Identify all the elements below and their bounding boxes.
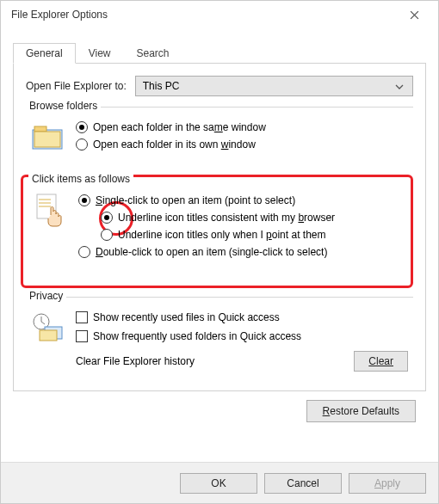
hand-click-icon [32, 194, 70, 225]
radio-icon [76, 138, 88, 151]
open-to-combobox[interactable]: This PC [135, 76, 413, 96]
fieldset-click-items: Click items as follows Single-click to o… [28, 189, 405, 270]
tab-view[interactable]: View [76, 43, 124, 64]
radio-label: Underline icon titles consistent with my… [118, 212, 335, 224]
checkbox-label: Show recently used files in Quick access [93, 311, 280, 323]
restore-row: Restore Defaults [1, 400, 438, 426]
fieldset-browse-folders: Browse folders Open each folder in the s… [26, 107, 413, 164]
open-to-label: Open File Explorer to: [26, 80, 127, 92]
radio-icon [101, 229, 113, 241]
ok-button[interactable]: OK [180, 473, 257, 494]
cancel-button[interactable]: Cancel [264, 473, 342, 494]
radio-label: Double-click to open an item (single-cli… [96, 246, 327, 258]
clock-folders-icon [29, 311, 67, 342]
dialog-button-bar: OK Cancel Apply [1, 462, 438, 503]
dialog-window: File Explorer Options General View Searc… [0, 0, 439, 504]
apply-button[interactable]: Apply [349, 473, 426, 494]
legend-privacy: Privacy [26, 290, 66, 302]
clear-history-label: Clear File Explorer history [76, 355, 195, 367]
tab-general[interactable]: General [13, 43, 76, 64]
radio-own-window[interactable]: Open each folder in its own window [76, 138, 266, 151]
radio-icon [78, 194, 90, 206]
radio-same-window[interactable]: Open each folder in the same window [76, 121, 266, 133]
chevron-down-icon [395, 80, 404, 92]
folder-icon [29, 121, 67, 152]
window-title: File Explorer Options [11, 9, 397, 21]
restore-defaults-button[interactable]: Restore Defaults [306, 400, 416, 422]
open-to-row: Open File Explorer to: This PC [26, 76, 413, 96]
radio-underline-browser[interactable]: Underline icon titles consistent with my… [101, 212, 335, 224]
tab-panel-general: Open File Explorer to: This PC Browse fo… [13, 63, 426, 391]
highlight-annotation: Click items as follows Single-click to o… [21, 175, 413, 288]
clear-button[interactable]: Clear [354, 351, 408, 372]
checkbox-frequent-folders[interactable]: Show frequently used folders in Quick ac… [76, 330, 301, 342]
open-to-value: This PC [143, 80, 180, 92]
checkbox-icon [76, 311, 88, 323]
tab-search[interactable]: Search [124, 43, 182, 64]
fieldset-privacy: Privacy Show recently used files in Quic… [26, 297, 413, 384]
legend-click: Click items as follows [28, 173, 133, 185]
radio-icon [101, 212, 113, 224]
legend-browse: Browse folders [26, 100, 101, 112]
checkbox-label: Show frequently used folders in Quick ac… [93, 330, 301, 342]
checkbox-recent-files[interactable]: Show recently used files in Quick access [76, 311, 301, 323]
radio-label: Underline icon titles only when I point … [118, 229, 325, 241]
svg-rect-2 [34, 132, 60, 147]
tab-strip: General View Search [1, 28, 438, 63]
titlebar: File Explorer Options [1, 1, 438, 28]
radio-double-click[interactable]: Double-click to open an item (single-cli… [78, 246, 335, 258]
svg-rect-1 [34, 126, 46, 132]
radio-single-click[interactable]: Single-click to open an item (point to s… [78, 194, 335, 206]
radio-icon [76, 121, 88, 133]
radio-icon [78, 246, 90, 258]
svg-rect-6 [40, 330, 57, 341]
checkbox-icon [76, 330, 88, 342]
radio-label: Open each folder in its own window [93, 138, 256, 151]
radio-label: Open each folder in the same window [93, 121, 266, 133]
close-icon[interactable] [397, 3, 431, 27]
radio-underline-point[interactable]: Underline icon titles only when I point … [101, 229, 335, 241]
radio-label: Single-click to open an item (point to s… [96, 194, 295, 206]
